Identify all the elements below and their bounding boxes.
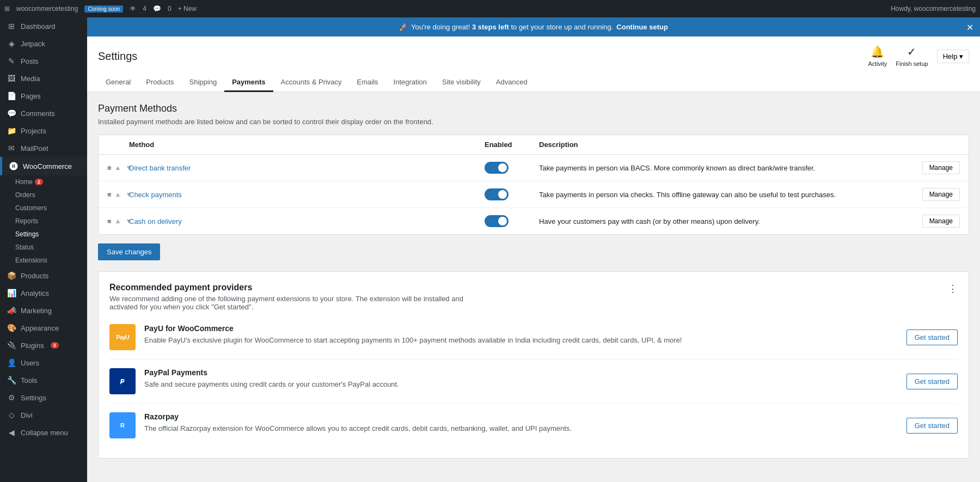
- recommended-title: Recommended payment providers: [109, 283, 463, 292]
- sidebar-item-media[interactable]: 🖼 Media: [0, 70, 87, 87]
- tab-advanced[interactable]: Advanced: [488, 74, 535, 92]
- sidebar-item-label: Divi: [21, 411, 33, 419]
- tab-integration[interactable]: Integration: [386, 74, 434, 92]
- orders-label: Orders: [15, 191, 35, 199]
- provider-desc-payu: Enable PayU's exclusive plugin for WooCo…: [144, 335, 898, 346]
- manage-button-direct-bank[interactable]: Manage: [922, 161, 960, 174]
- sidebar-item-plugins[interactable]: 🔌 Plugins 3: [0, 337, 87, 354]
- sidebar-item-jetpack[interactable]: ◈ Jetpack: [0, 35, 87, 52]
- sidebar-sub-item-settings[interactable]: Settings: [0, 228, 87, 241]
- payment-link-check[interactable]: Check payments: [129, 191, 182, 199]
- three-dot-menu-button[interactable]: ⋮: [948, 283, 958, 295]
- provider-desc-razorpay: The official Razorpay extension for WooC…: [144, 423, 898, 434]
- sidebar-item-label: Comments: [21, 109, 55, 118]
- payu-logo: PayU: [109, 324, 136, 350]
- settings-tabs: General Products Shipping Payments Accou…: [98, 74, 969, 91]
- sidebar-item-appearance[interactable]: 🎨 Appearance: [0, 319, 87, 337]
- tab-emails[interactable]: Emails: [350, 74, 386, 92]
- toggle-cell-direct-bank: [485, 162, 539, 174]
- col-actions: [895, 141, 960, 149]
- provider-info-paypal: PayPal Payments Safe and secure payments…: [144, 368, 898, 390]
- sort-up-button-direct-bank[interactable]: ▲: [114, 163, 122, 173]
- sidebar-sub-item-home[interactable]: Home 2: [0, 175, 87, 188]
- toggle-check[interactable]: [485, 188, 509, 200]
- sidebar-item-comments[interactable]: 💬 Comments: [0, 105, 87, 122]
- sidebar-item-collapse[interactable]: ◀ Collapse menu: [0, 424, 87, 441]
- payment-link-direct-bank[interactable]: Direct bank transfer: [129, 164, 191, 172]
- banner-emoji: 🚀: [399, 23, 408, 31]
- sidebar-item-analytics[interactable]: 📊 Analytics: [0, 284, 87, 302]
- provider-item-payu: PayU PayU for WooCommerce Enable PayU's …: [109, 315, 958, 359]
- description-direct-bank: Take payments in person via BACS. More c…: [539, 164, 895, 172]
- finish-setup-button[interactable]: ✓ Finish setup: [896, 45, 928, 67]
- sidebar-item-dashboard[interactable]: ⊞ Dashboard: [0, 17, 87, 35]
- get-started-button-payu[interactable]: Get started: [906, 330, 958, 345]
- drag-handle-icon[interactable]: ≡: [107, 164, 112, 172]
- woocommerce-menu-header[interactable]: WooCommerce: [0, 157, 87, 175]
- appearance-icon: 🎨: [7, 324, 16, 332]
- manage-button-check[interactable]: Manage: [922, 188, 960, 201]
- home-badge: 2: [35, 179, 43, 185]
- sort-up-button-check[interactable]: ▲: [114, 190, 122, 199]
- toggle-direct-bank[interactable]: [485, 162, 509, 174]
- manage-cell-check: Manage: [895, 188, 960, 201]
- sidebar-sub-item-reports[interactable]: Reports: [0, 215, 87, 228]
- paypal-svg-icon: [115, 374, 130, 389]
- sidebar-sub-item-orders[interactable]: Orders: [0, 188, 87, 202]
- sidebar-item-settings-bottom[interactable]: ⚙ Settings: [0, 389, 87, 406]
- tab-general[interactable]: General: [98, 74, 138, 92]
- greeting-text: Howdy, woocommercetesting: [891, 5, 976, 13]
- payment-name-direct-bank: Direct bank transfer: [129, 164, 485, 172]
- site-name[interactable]: woocommercetesting: [16, 5, 78, 13]
- tab-site-visibility[interactable]: Site visibility: [434, 74, 488, 92]
- provider-name-payu: PayU for WooCommerce: [144, 324, 898, 333]
- toggle-cell-cod: [485, 215, 539, 227]
- sidebar-sub-item-customers[interactable]: Customers: [0, 202, 87, 215]
- manage-cell-cod: Manage: [895, 215, 960, 228]
- row-controls-check: ≡ ▲ ▼: [107, 190, 129, 199]
- sidebar-item-posts[interactable]: ✎ Posts: [0, 52, 87, 70]
- row-controls-cod: ≡ ▲ ▼: [107, 216, 129, 226]
- banner-continue-link[interactable]: Continue setup: [616, 23, 668, 31]
- media-icon: 🖼: [7, 74, 16, 83]
- sidebar-item-label: Plugins: [21, 341, 44, 350]
- get-started-button-razorpay[interactable]: Get started: [906, 418, 958, 434]
- sidebar-item-mailpoet[interactable]: ✉ MailPoet: [0, 139, 87, 157]
- tab-accounts-privacy[interactable]: Accounts & Privacy: [273, 74, 350, 92]
- drag-handle-icon[interactable]: ≡: [107, 191, 112, 199]
- admin-bar: ⊞ woocommercetesting Coming soon 👁 4 💬 0…: [0, 0, 980, 17]
- main-content: 🚀 You're doing great! 3 steps left to ge…: [87, 17, 980, 482]
- sidebar-item-label: Posts: [21, 57, 39, 65]
- sidebar-sub-item-extensions[interactable]: Extensions: [0, 254, 87, 267]
- recommended-header: Recommended payment providers We recomme…: [109, 283, 958, 311]
- payment-methods-table: Method Enabled Description ≡ ▲ ▼ Direct …: [98, 135, 969, 235]
- tab-payments[interactable]: Payments: [224, 74, 273, 92]
- sidebar-item-divi[interactable]: ◇ Divi: [0, 406, 87, 424]
- admin-bar-right: Howdy, woocommercetesting: [891, 5, 976, 13]
- banner-text: You're doing great! 3 steps left to get …: [411, 23, 613, 31]
- toggle-cod[interactable]: [485, 215, 509, 227]
- sidebar-sub-item-status[interactable]: Status: [0, 241, 87, 254]
- jetpack-icon: ◈: [7, 39, 16, 48]
- drag-handle-icon[interactable]: ≡: [107, 217, 112, 225]
- new-button[interactable]: + New: [178, 5, 197, 13]
- save-changes-button[interactable]: Save changes: [98, 243, 160, 260]
- sidebar-item-projects[interactable]: 📁 Projects: [0, 122, 87, 139]
- sidebar-item-label: Marketing: [21, 307, 52, 315]
- sidebar-item-marketing[interactable]: 📣 Marketing: [0, 302, 87, 319]
- tab-products[interactable]: Products: [138, 74, 181, 92]
- payment-link-cod[interactable]: Cash on delivery: [129, 217, 182, 225]
- activity-button[interactable]: 🔔 Activity: [868, 45, 887, 67]
- banner-close-button[interactable]: ✕: [966, 22, 973, 32]
- sidebar-item-users[interactable]: 👤 Users: [0, 354, 87, 371]
- help-button[interactable]: Help ▾: [937, 50, 969, 63]
- sidebar-item-pages[interactable]: 📄 Pages: [0, 87, 87, 105]
- recommended-header-text: Recommended payment providers We recomme…: [109, 283, 463, 311]
- tab-shipping[interactable]: Shipping: [182, 74, 225, 92]
- sidebar-item-products[interactable]: 📦 Products: [0, 267, 87, 284]
- projects-icon: 📁: [7, 126, 16, 135]
- manage-button-cod[interactable]: Manage: [922, 215, 960, 228]
- get-started-button-paypal[interactable]: Get started: [906, 374, 958, 389]
- sort-up-button-cod[interactable]: ▲: [114, 216, 122, 226]
- sidebar-item-tools[interactable]: 🔧 Tools: [0, 371, 87, 389]
